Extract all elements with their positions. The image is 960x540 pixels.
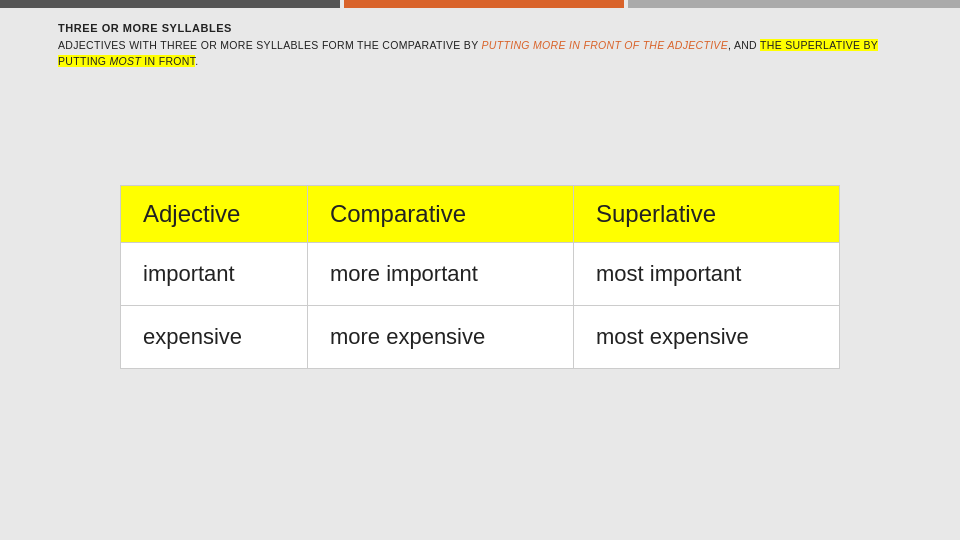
header: THREE OR MORE SYLLABLES ADJECTIVES WITH … [58, 22, 902, 70]
bar-dark [0, 0, 340, 8]
header-text-2: , AND [728, 39, 760, 51]
header-cell-adjective: Adjective [121, 186, 308, 243]
header-cell-superlative: Superlative [573, 186, 839, 243]
bar-gray [628, 0, 960, 8]
table-row: important more important most important [121, 243, 840, 306]
top-bars [0, 0, 960, 8]
table-container: Adjective Comparative Superlative import… [120, 185, 840, 369]
header-body: ADJECTIVES WITH THREE OR MORE SYLLABLES … [58, 38, 902, 70]
bar-orange [344, 0, 624, 8]
header-cell-comparative: Comparative [307, 186, 573, 243]
header-text-3: . [195, 55, 198, 67]
header-highlight-1: PUTTING MORE IN FRONT OF THE ADJECTIVE [482, 39, 729, 51]
cell-adjective-1: important [121, 243, 308, 306]
header-text-1: ADJECTIVES WITH THREE OR MORE SYLLABLES … [58, 39, 482, 51]
cell-adjective-2: expensive [121, 306, 308, 369]
cell-superlative-1: most important [573, 243, 839, 306]
comparison-table: Adjective Comparative Superlative import… [120, 185, 840, 369]
table-header-row: Adjective Comparative Superlative [121, 186, 840, 243]
cell-comparative-2: more expensive [307, 306, 573, 369]
cell-superlative-2: most expensive [573, 306, 839, 369]
header-title: THREE OR MORE SYLLABLES [58, 22, 902, 34]
cell-comparative-1: more important [307, 243, 573, 306]
table-row: expensive more expensive most expensive [121, 306, 840, 369]
